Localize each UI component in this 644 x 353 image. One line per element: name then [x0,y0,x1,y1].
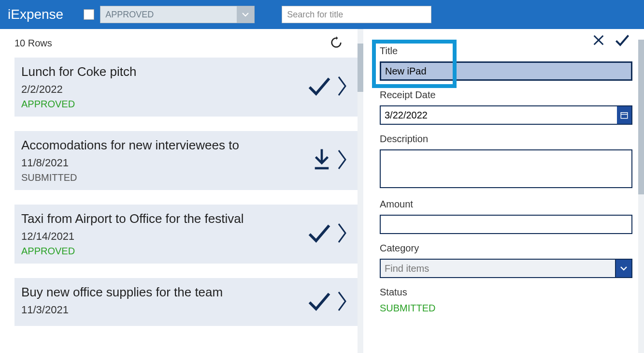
item-title: Accomodations for new interviewees to [21,138,311,153]
item-date: 2/2/2022 [21,83,306,96]
list-item[interactable]: Accomodations for new interviewees to 11… [14,131,358,190]
item-title: Lunch for Coke pitch [21,64,306,79]
category-dropdown-button[interactable] [616,259,632,278]
item-date: 11/8/2021 [21,157,311,169]
date-picker-button[interactable] [617,105,632,125]
receipt-date-input[interactable] [380,105,617,125]
title-input[interactable] [380,61,632,81]
status-filter-dropdown[interactable]: APPROVED [100,6,255,23]
amount-input[interactable] [380,215,632,234]
check-icon [306,288,332,316]
filter-checkbox[interactable] [84,9,94,20]
scrollbar-thumb[interactable] [358,44,363,92]
chevron-down-icon [237,6,254,23]
scrollbar-thumb[interactable] [638,40,644,194]
list-item[interactable]: Lunch for Coke pitch 2/2/2022 APPROVED [14,58,358,117]
main-content: 10 Rows Lunch for Coke pitch 2/2/2022 AP… [0,29,644,353]
expense-list-panel: 10 Rows Lunch for Coke pitch 2/2/2022 AP… [0,29,358,353]
chevron-right-icon[interactable] [336,290,349,314]
top-bar: iExpense APPROVED [0,0,644,29]
form-scrollbar[interactable] [638,40,644,353]
item-status: APPROVED [21,99,306,110]
app-title: iExpense [8,7,63,22]
svg-rect-0 [621,113,628,118]
category-label: Category [380,243,632,254]
description-input[interactable] [380,149,632,188]
row-count: 10 Rows [14,38,358,49]
item-status: SUBMITTED [21,172,311,183]
status-filter-value: APPROVED [105,10,154,20]
item-date: 12/14/2021 [21,230,306,243]
detail-form-panel: Title Receipt Date Description Amount [363,29,644,353]
title-label: Title [380,45,632,57]
refresh-button[interactable] [329,36,343,53]
description-label: Description [380,133,632,145]
item-status: APPROVED [21,246,306,257]
receipt-date-label: Receipt Date [380,89,632,101]
list-item[interactable]: Taxi from Airport to Office for the fest… [14,205,358,264]
item-title: Buy new office supplies for the team [21,285,306,300]
calendar-icon [620,111,629,119]
item-title: Taxi from Airport to Office for the fest… [21,211,306,226]
chevron-right-icon[interactable] [336,222,349,246]
chevron-right-icon[interactable] [336,148,349,173]
list-scrollbar[interactable] [358,29,363,353]
list-item[interactable]: Buy new office supplies for the team 11/… [14,278,358,326]
chevron-down-icon [620,265,628,272]
download-icon [311,147,332,174]
search-input[interactable] [282,6,431,23]
status-label: Status [380,287,632,298]
status-value: SUBMITTED [380,303,632,314]
chevron-right-icon[interactable] [336,75,349,99]
expense-list: Lunch for Coke pitch 2/2/2022 APPROVED A… [14,58,358,348]
check-icon [306,220,332,248]
category-input[interactable] [380,259,616,278]
refresh-icon [329,36,343,49]
item-date: 11/3/2021 [21,304,306,316]
check-icon [306,73,332,101]
amount-label: Amount [380,199,632,210]
